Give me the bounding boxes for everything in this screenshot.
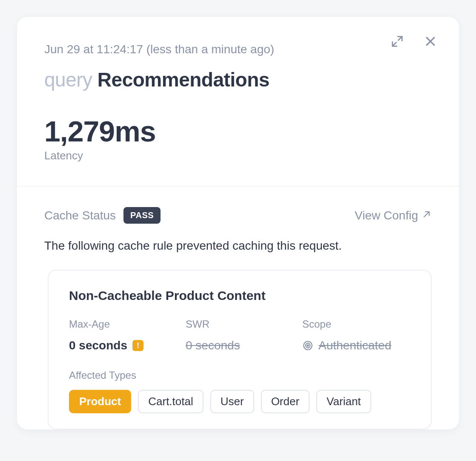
tag-cart-total[interactable]: Cart.total [138,390,204,413]
rule-title: Non-Cacheable Product Content [69,288,410,303]
scope-value-text: Authenticated [318,339,391,352]
target-icon [302,340,313,351]
close-button[interactable] [422,33,439,51]
explain-text: The following cache rule prevented cachi… [44,239,432,253]
swr-value: 0 seconds [186,339,294,352]
svg-point-7 [307,345,308,346]
scope-col: Scope Authenticated [302,318,410,352]
timestamp: Jun 29 at 11:24:17 (less than a minute a… [44,43,432,56]
warning-icon: ! [132,340,143,351]
title-prefix: query [44,69,92,91]
tag-user[interactable]: User [210,390,254,413]
tag-product[interactable]: Product [69,390,131,413]
expand-icon [391,35,404,49]
rule-card: Non-Cacheable Product Content Max-Age 0 … [48,270,432,429]
title-row: query Recommendations [44,68,432,91]
tag-order[interactable]: Order [261,390,310,413]
view-config-link[interactable]: View Config [355,209,432,222]
view-config-label: View Config [355,209,418,222]
maxage-label: Max-Age [69,318,177,330]
card-body: Cache Status PASS View Config The follow… [17,187,459,429]
tags-row: Product Cart.total User Order Variant [69,390,410,413]
rule-grid: Max-Age 0 seconds ! SWR 0 seconds Scope [69,318,410,352]
scope-label: Scope [302,318,410,330]
affected-label: Affected Types [69,369,410,381]
svg-line-4 [424,212,429,217]
swr-value-text: 0 seconds [186,339,240,352]
close-icon [424,35,437,49]
card-header: Jun 29 at 11:24:17 (less than a minute a… [17,17,459,187]
maxage-col: Max-Age 0 seconds ! [69,318,177,352]
status-row: Cache Status PASS View Config [44,207,432,224]
detail-card: Jun 29 at 11:24:17 (less than a minute a… [17,17,459,429]
maxage-value: 0 seconds ! [69,339,177,352]
external-link-icon [422,209,432,222]
status-left: Cache Status PASS [44,207,161,224]
title-name: Recommendations [97,69,270,91]
maxage-value-text: 0 seconds [69,339,127,352]
swr-col: SWR 0 seconds [186,318,294,352]
cache-status-label: Cache Status [44,209,116,222]
tag-variant[interactable]: Variant [316,390,371,413]
latency-value: 1,279ms [44,117,432,146]
expand-button[interactable] [389,33,405,51]
swr-label: SWR [186,318,294,330]
header-actions [389,33,439,51]
latency-label: Latency [44,149,432,162]
scope-value: Authenticated [302,339,410,352]
cache-status-badge: PASS [123,207,161,224]
